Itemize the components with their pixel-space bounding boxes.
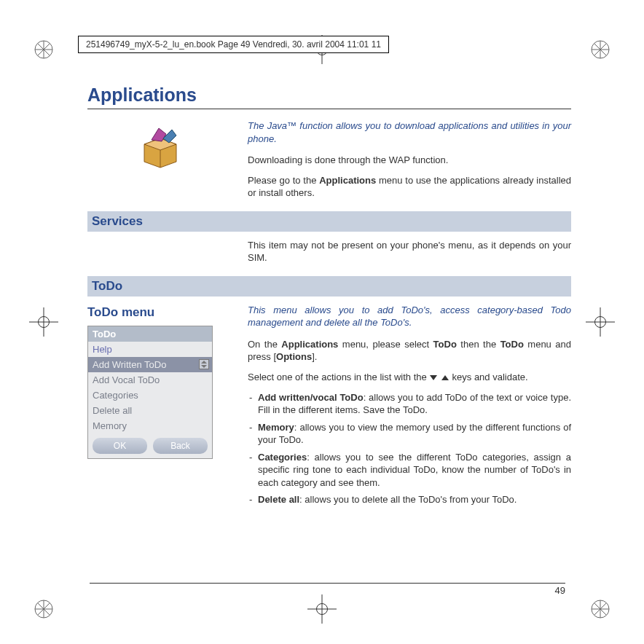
text: : allows you to delete all the ToDo's fr… xyxy=(299,494,517,505)
scroll-indicator-icon xyxy=(199,359,209,369)
text: keys and validate. xyxy=(449,372,528,382)
text-bold: Options xyxy=(276,351,312,362)
section-todo-heading: ToDo xyxy=(87,276,571,297)
todo-select-paragraph: Select one of the actions in the list wi… xyxy=(248,371,571,384)
list-item: Add written/vocal ToDo: allows you to ad… xyxy=(248,391,571,417)
print-header-line: 251496749_myX-5-2_lu_en.book Page 49 Ven… xyxy=(78,36,389,53)
crop-mark-icon xyxy=(22,300,66,344)
arrow-down-icon xyxy=(430,375,437,380)
phone-row-label: Add Written ToDo xyxy=(93,359,166,370)
text-bold: ToDo xyxy=(433,339,457,350)
registration-mark-icon xyxy=(22,587,66,631)
todo-path-paragraph: On the Applications menu, please select … xyxy=(248,338,571,364)
text-bold: Memory xyxy=(258,422,294,433)
phone-row-selected: Add Written ToDo xyxy=(88,357,212,372)
text-bold: Categories xyxy=(258,452,307,463)
page-title: Applications xyxy=(87,85,571,106)
text-bold: Applications xyxy=(319,175,376,186)
text: : allows you to view the memory used by … xyxy=(258,422,571,446)
text-bold: Add written/vocal ToDo xyxy=(258,392,364,403)
page-body: Applications The Java™ function allows y… xyxy=(87,73,571,511)
title-rule xyxy=(87,109,571,109)
intro-download: Downloading is done through the WAP func… xyxy=(248,154,571,167)
phone-titlebar: ToDo xyxy=(88,326,212,342)
phone-row: Categories xyxy=(88,388,212,403)
text-bold: Delete all xyxy=(258,494,299,505)
phone-row: Delete all xyxy=(88,403,212,418)
text-bold: ToDo xyxy=(500,339,524,350)
page-number: 49 xyxy=(90,583,565,596)
text: ]. xyxy=(312,351,317,362)
phone-screenshot: ToDo Help Add Written ToDo Add Vocal ToD… xyxy=(87,326,213,459)
services-body: This item may not be present on your pho… xyxy=(248,239,571,264)
arrow-up-icon xyxy=(441,375,449,380)
text: menu, please select xyxy=(338,339,433,350)
todo-intro-italic: This menu allows you to add ToDo's, acce… xyxy=(248,304,571,329)
registration-mark-icon xyxy=(578,587,622,631)
intro-italic: The Java™ function allows you to downloa… xyxy=(248,119,571,145)
phone-row: Add Vocal ToDo xyxy=(88,372,212,388)
todo-menu-heading: ToDo menu xyxy=(87,305,233,320)
registration-mark-icon xyxy=(578,28,622,71)
todo-bullet-list: Add written/vocal ToDo: allows you to ad… xyxy=(248,391,571,506)
list-item: Memory: allows you to view the memory us… xyxy=(248,421,571,447)
softkey-back: Back xyxy=(153,438,208,454)
softkey-ok: OK xyxy=(93,438,147,454)
applications-box-icon xyxy=(137,124,184,170)
section-services-heading: Services xyxy=(87,211,571,232)
list-item: Categories: allows you to see the differ… xyxy=(248,451,571,490)
phone-row: Memory xyxy=(88,418,212,433)
text-bold: Applications xyxy=(281,339,338,350)
text: Please go to the xyxy=(248,175,319,186)
intro-goto: Please go to the Applications menu to us… xyxy=(248,174,571,200)
text: then the xyxy=(457,339,500,350)
text: Select one of the actions in the list wi… xyxy=(248,372,429,382)
text: On the xyxy=(248,339,281,350)
crop-mark-icon xyxy=(578,300,622,344)
registration-mark-icon xyxy=(22,28,66,71)
list-item: Delete all: allows you to delete all the… xyxy=(248,493,571,506)
phone-row: Help xyxy=(88,342,212,357)
